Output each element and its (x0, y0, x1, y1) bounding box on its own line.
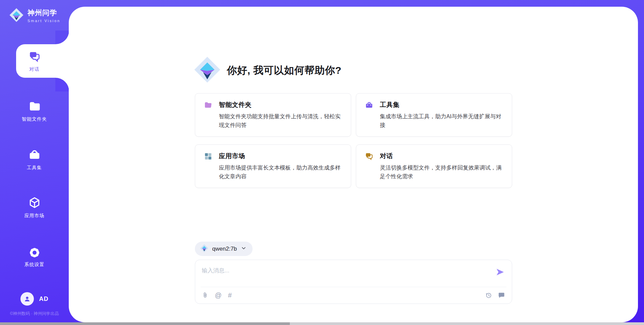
hashtag-button[interactable]: # (228, 292, 232, 299)
tab-fillet-top (55, 30, 69, 44)
chevron-down-icon (241, 246, 246, 252)
greeting-title: 你好, 我可以如何帮助你? (227, 64, 342, 77)
folder-icon (28, 100, 41, 113)
toolbox-icon (365, 101, 373, 109)
sidebar-item-label: 对话 (0, 66, 69, 72)
card-description: 应用市场提供丰富长文本模板，助力高效生成多样化文章内容 (219, 164, 343, 181)
send-icon (495, 267, 505, 277)
sidebar-item-smart-folder[interactable]: 智能文件夹 (0, 96, 69, 122)
card-app-market[interactable]: 应用市场 应用市场提供丰富长文本模板，助力高效生成多样化文章内容 (195, 144, 351, 188)
bottom-edge-bar (0, 322, 644, 325)
sidebar-item-label: 系统设置 (0, 262, 69, 268)
card-title: 智能文件夹 (219, 101, 252, 109)
greeting-diamond-icon (193, 55, 222, 85)
message-composer: @ # (195, 260, 512, 304)
copyright-text: ©神州数码 · 神州问学出品 (0, 311, 69, 317)
greeting: 你好, 我可以如何帮助你? (193, 55, 512, 85)
sidebar-item-label: 工具集 (0, 165, 69, 171)
app-logo: 神州问学 Smart Vision (9, 7, 69, 24)
chat-bubble-icon (498, 291, 505, 299)
model-selector[interactable]: qwen2:7b (195, 242, 253, 256)
card-toolset[interactable]: 工具集 集成市场上主流工具，助力AI与外界无缝扩展与对接 (356, 93, 512, 137)
composer-left-tools: @ # (202, 291, 232, 299)
person-icon (23, 295, 31, 303)
user-name: AD (39, 296, 49, 303)
sidebar: 神州问学 Smart Vision 对话 智能文件夹 (0, 0, 69, 325)
paperclip-icon (202, 291, 209, 299)
feedback-button[interactable] (498, 291, 505, 299)
main-content: 你好, 我可以如何帮助你? 智能文件夹 智能文件夹功能支持批量文件上传与清洗，轻… (69, 7, 638, 318)
card-description: 集成市场上主流工具，助力AI与外界无缝扩展与对接 (380, 112, 504, 129)
cube-icon (28, 196, 41, 209)
card-chat[interactable]: 对话 灵活切换多模型文件，支持多样回复效果调试，满足个性化需求 (356, 144, 512, 188)
app-subtitle: Smart Vision (28, 19, 60, 23)
message-input[interactable] (202, 265, 495, 284)
composer-right-tools (485, 291, 505, 299)
sidebar-item-settings[interactable]: 系统设置 (0, 243, 69, 268)
mention-button[interactable]: @ (215, 292, 222, 299)
brand-diamond-icon (9, 7, 24, 24)
folder-icon (204, 101, 212, 109)
at-icon: @ (215, 292, 222, 299)
card-title: 工具集 (380, 101, 400, 109)
gear-icon (28, 246, 41, 259)
card-title: 对话 (380, 152, 393, 160)
send-button[interactable] (495, 267, 505, 277)
sidebar-item-label: 应用市场 (0, 213, 69, 219)
card-title: 应用市场 (219, 152, 245, 160)
sidebar-item-toolset[interactable]: 工具集 (0, 145, 69, 171)
sidebar-item-app-market[interactable]: 应用市场 (0, 193, 69, 219)
avatar (20, 292, 34, 306)
card-description: 灵活切换多模型文件，支持多样回复效果调试，满足个性化需求 (380, 164, 504, 181)
toolbox-icon (28, 148, 41, 161)
sidebar-item-chat[interactable]: 对话 (0, 47, 69, 72)
chat-icon (28, 50, 41, 63)
app-name: 神州问学 (28, 9, 57, 16)
model-diamond-icon (200, 244, 209, 254)
sidebar-item-label: 智能文件夹 (0, 116, 69, 122)
card-description: 智能文件夹功能支持批量文件上传与清洗，轻松实现文件问答 (219, 112, 343, 129)
grid-icon (204, 152, 212, 160)
attach-file-button[interactable] (202, 291, 209, 299)
tab-fillet-bottom (55, 78, 69, 91)
user-account[interactable]: AD (0, 292, 69, 306)
hash-icon: # (228, 292, 232, 299)
card-smart-folder[interactable]: 智能文件夹 智能文件夹功能支持批量文件上传与清洗，轻松实现文件问答 (195, 93, 351, 137)
history-button[interactable] (485, 292, 492, 299)
feature-cards: 智能文件夹 智能文件夹功能支持批量文件上传与清洗，轻松实现文件问答 工具集 集成… (195, 93, 512, 188)
composer-divider (201, 287, 506, 287)
chat-icon (365, 152, 373, 160)
history-clock-icon (485, 292, 492, 299)
model-name: qwen2:7b (212, 246, 237, 252)
